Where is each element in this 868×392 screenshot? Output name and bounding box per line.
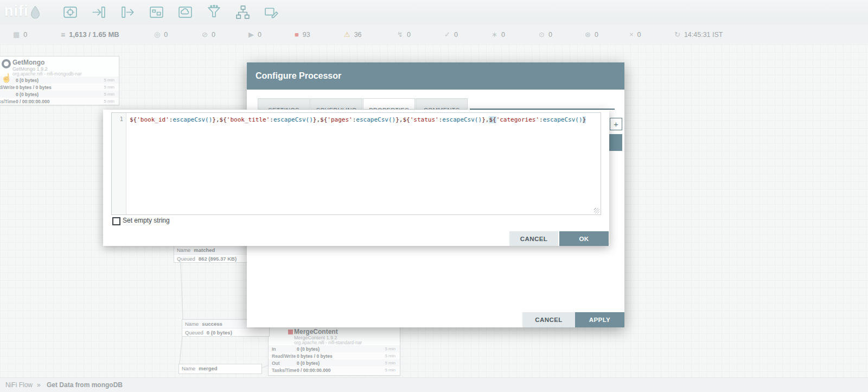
set-empty-string-checkbox[interactable]	[112, 217, 120, 225]
code-area[interactable]: ${'book_id':escapeCsv()},${'book_title':…	[126, 113, 601, 214]
add-property-button[interactable]: +	[610, 118, 622, 130]
dialog-title: Configure Processor	[256, 62, 341, 90]
set-empty-string-label: Set empty string	[123, 217, 170, 224]
dialog-cancel-button[interactable]: CANCEL	[522, 312, 575, 327]
tab-comments[interactable]: COMMENTS	[416, 98, 468, 110]
resize-handle[interactable]	[594, 208, 599, 213]
property-value-cell-highlight	[608, 134, 622, 151]
expression-code-editor[interactable]: 1 ${'book_id':escapeCsv()},${'book_title…	[111, 112, 601, 215]
tab-properties[interactable]: PROPERTIES	[363, 98, 415, 110]
nifi-app: nifi	[0, 0, 868, 392]
dialog-header: Configure Processor	[247, 62, 624, 90]
expression-cancel-button[interactable]: CANCEL	[509, 231, 558, 246]
line-number: 1	[119, 116, 123, 123]
dialog-apply-button[interactable]: APPLY	[575, 312, 624, 327]
line-number-gutter: 1	[112, 113, 126, 214]
expression-code-line[interactable]: ${'book_id':escapeCsv()},${'book_title':…	[130, 116, 598, 124]
expression-ok-button[interactable]: OK	[559, 231, 609, 246]
expression-editor-popup: 1 ${'book_id':escapeCsv()},${'book_title…	[103, 110, 609, 246]
tab-scheduling[interactable]: SCHEDULING	[310, 98, 362, 110]
tab-settings[interactable]: SETTINGS	[258, 98, 310, 110]
